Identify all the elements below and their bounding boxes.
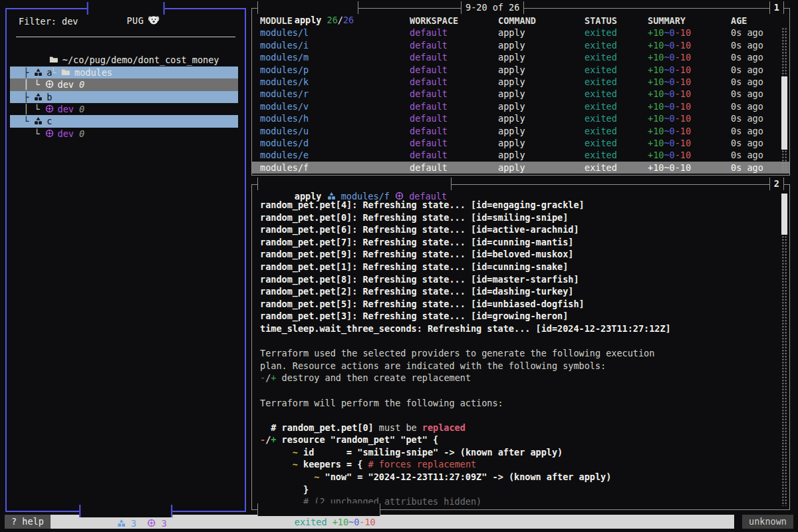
task-workspace: default (410, 162, 498, 174)
task-status: exited (585, 88, 648, 100)
task-module: modules/d (260, 137, 410, 149)
task-row[interactable]: modules/hdefaultapplyexited+10~0-100s ag… (252, 112, 789, 124)
task-command: apply (498, 162, 585, 174)
task-age: 0s ago (731, 149, 789, 161)
tasks-title-command: apply (295, 15, 322, 25)
tree-row-workspace[interactable]: │ └ dev 0 (10, 78, 238, 90)
output-line: } (260, 483, 777, 496)
task-module: modules/p (260, 64, 410, 76)
output-destroy-count: -10 (359, 517, 375, 527)
task-row[interactable]: modules/vdefaultapplyexited+10~0-100s ag… (252, 100, 789, 112)
task-row[interactable]: modules/idefaultapplyexited+10~0-100s ag… (252, 39, 789, 51)
tasks-scrollbar[interactable] (781, 27, 787, 172)
sidebar-pane: PUG Filter: dev ~/co/pug/demo/dont_cost_… (5, 8, 246, 512)
output-line (260, 384, 777, 397)
output-log[interactable]: random_pet.pet[4]: Refreshing state... [… (260, 199, 777, 508)
task-workspace: default (410, 149, 498, 161)
task-age: 0s ago (731, 64, 789, 76)
tasks-range-label: 9-20 of 26 (461, 1, 524, 14)
output-title-workspace: default (409, 191, 447, 201)
tree-row-module[interactable]: ├ a (10, 66, 238, 78)
task-status: exited (585, 39, 648, 51)
output-scrollbar[interactable] (781, 194, 787, 506)
modules-folder-label: modules (74, 67, 112, 78)
tasks-table: MODULEWORKSPACECOMMANDSTATUSSUMMARYAGE m… (252, 15, 789, 174)
output-line: # random_pet.pet[0] must be replaced (260, 422, 777, 434)
column-header: STATUS (585, 15, 648, 27)
task-row[interactable]: modules/edefaultapplyexited+10~0-100s ag… (252, 149, 789, 161)
folder-icon (61, 68, 70, 76)
task-command: apply (498, 64, 585, 76)
output-line: -/+ resource "random_pet" "pet" { (260, 434, 777, 446)
output-line: ~ keepers = { # forces replacement (260, 458, 777, 471)
output-line: -/+ destroy and then create replacement (260, 372, 777, 384)
module-icon (117, 519, 126, 527)
column-header: AGE (731, 15, 789, 27)
task-output-pane: apply modules/f default 2 random_pet.pet… (251, 184, 790, 510)
workspace-icon (395, 192, 404, 200)
tree-row-workspace[interactable]: │ └ dev 0 (10, 103, 238, 115)
tasks-pane-title: apply 26/26 (257, 1, 358, 14)
tasks-table-rows: modules/ldefaultapplyexited+10~0-100s ag… (252, 27, 789, 174)
module-icon (327, 192, 336, 200)
dog-icon (148, 15, 159, 25)
tasks-scrollbar-thumb[interactable] (781, 76, 787, 150)
tree-item-label: dev (58, 104, 74, 114)
pane-number-badge: 2 (769, 178, 784, 190)
task-summary: +10~0-10 (648, 76, 731, 88)
tree-connector: ├ (23, 92, 34, 102)
task-summary: +10~0-10 (648, 125, 731, 137)
column-header: WORKSPACE (410, 15, 498, 27)
task-workspace: default (410, 125, 498, 137)
task-row[interactable]: modules/ddefaultapplyexited+10~0-100s ag… (252, 137, 789, 149)
task-command: apply (498, 88, 585, 100)
tree-connector: └ (23, 128, 45, 139)
task-age: 0s ago (731, 162, 789, 174)
resource-count: 0 (74, 79, 84, 90)
sidebar-footer: 3 3 (79, 505, 172, 517)
tree-row-module[interactable]: ├ b (10, 91, 238, 103)
task-age: 0s ago (731, 27, 789, 39)
output-line: random_pet.pet[1]: Refreshing state... [… (260, 261, 777, 273)
output-line: plan. Resource actions are indicated wit… (260, 360, 777, 372)
output-scrollbar-thumb[interactable] (781, 194, 787, 235)
task-row[interactable]: modules/fdefaultapplyexited+10~0-100s ag… (252, 162, 789, 174)
task-summary: +10~0-10 (648, 39, 731, 51)
task-row[interactable]: modules/kdefaultapplyexited+10~0-100s ag… (252, 76, 789, 88)
output-line: random_pet.pet[5]: Refreshing state... [… (260, 298, 777, 311)
task-row[interactable]: modules/ldefaultapplyexited+10~0-100s ag… (252, 27, 789, 39)
tree-connector: ├ (23, 67, 34, 78)
tree-item-label: c (47, 116, 52, 126)
output-line: Terraform used the selected providers to… (260, 347, 777, 360)
task-module: modules/u (260, 125, 410, 137)
task-summary: +10~0-10 (648, 100, 731, 112)
workdir-row[interactable]: ~/co/pug/demo/dont_cost_money (7, 42, 245, 54)
task-age: 0s ago (731, 88, 789, 100)
task-module: modules/e (260, 149, 410, 161)
task-workspace: default (410, 100, 498, 112)
module-count-value: 3 (131, 518, 136, 529)
task-module: modules/h (260, 112, 410, 124)
task-age: 0s ago (731, 51, 789, 63)
task-row[interactable]: modules/mdefaultapplyexited+10~0-100s ag… (252, 51, 789, 63)
task-status: exited (585, 125, 648, 137)
filter-value: dev (62, 16, 78, 27)
task-workspace: default (410, 112, 498, 124)
output-line: random_pet.pet[2]: Refreshing state... [… (260, 285, 777, 298)
help-button[interactable]: ? help (5, 515, 51, 529)
folder-icon (49, 55, 58, 64)
task-workspace: default (410, 137, 498, 149)
task-summary: +10~0-10 (648, 51, 731, 63)
tree-item-label: a (47, 67, 52, 78)
task-row[interactable]: modules/pdefaultapplyexited+10~0-100s ag… (252, 64, 789, 76)
task-row[interactable]: modules/udefaultapplyexited+10~0-100s ag… (252, 125, 789, 137)
resource-count: 0 (74, 104, 84, 114)
tree-row-module[interactable]: └ c (10, 115, 238, 127)
module-icon (34, 92, 43, 101)
tree-row-workspace[interactable]: └ dev 0 (10, 128, 238, 140)
pane-number-badge: 1 (769, 1, 784, 14)
task-row[interactable]: modules/rdefaultapplyexited+10~0-100s ag… (252, 88, 789, 100)
module-icon (34, 116, 43, 125)
output-status: exited (295, 517, 332, 527)
workspace-icon (148, 519, 156, 527)
